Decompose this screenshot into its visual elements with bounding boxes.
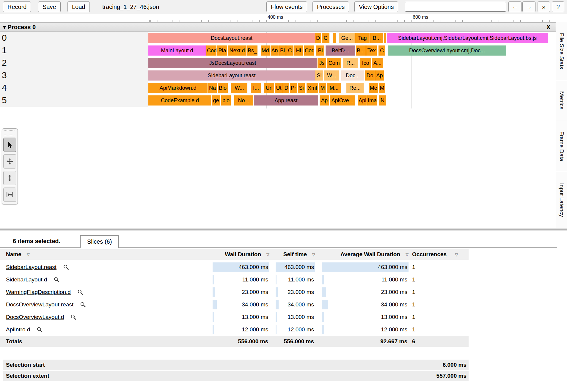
magnifier-icon[interactable] (63, 264, 69, 270)
trace-slice[interactable]: Api (358, 95, 367, 106)
trace-slice[interactable]: BeltD... (326, 45, 355, 56)
zoom-tool-button[interactable] (3, 171, 16, 185)
trace-slice[interactable]: blo (221, 95, 231, 106)
trace-slice[interactable]: C (286, 45, 293, 56)
trace-slice[interactable]: Md (261, 45, 270, 56)
trace-slice[interactable]: Com (327, 58, 341, 68)
side-tab-metrics[interactable]: Metrics (556, 80, 567, 120)
slice-name-link[interactable]: WarningFlagDescription.d (6, 289, 71, 295)
processes-button[interactable]: Processes (312, 1, 349, 12)
magnifier-icon[interactable] (77, 289, 83, 295)
trace-slice[interactable]: Tex (366, 45, 377, 56)
trace-slice[interactable]: JsDocsLayout.reast (148, 58, 317, 68)
trace-slice[interactable]: Me (369, 83, 378, 93)
panel-splitter[interactable] (0, 228, 567, 231)
trace-slice[interactable]: Hi (294, 45, 303, 56)
trace-slice[interactable]: Doc... (341, 70, 364, 81)
trace-slice[interactable]: Ge... (339, 33, 355, 43)
trace-slice[interactable]: Tag (355, 33, 370, 43)
flame-chart[interactable]: DocsLayout.reastDCGe...TagB...SidebarLay… (0, 32, 556, 107)
tab-slices[interactable]: Slices (6) (80, 235, 119, 248)
collapse-arrow-icon[interactable]: ▾ (3, 24, 6, 30)
trace-slice[interactable]: App.reast (254, 95, 318, 106)
trace-slice[interactable]: Ap (375, 70, 384, 81)
view-options-button[interactable]: View Options (354, 1, 398, 12)
trace-slice[interactable] (333, 33, 336, 43)
side-tab-file-size-stats[interactable]: File Size Stats (556, 22, 567, 80)
trace-slice[interactable]: DocsLayout.reast (148, 33, 315, 43)
trace-slice[interactable]: B... (370, 33, 383, 43)
trace-slice[interactable]: D (315, 33, 321, 43)
trace-slice[interactable]: A... (372, 58, 383, 68)
timeline-ruler[interactable]: 400 ms600 ms (0, 14, 567, 22)
trace-slice[interactable] (384, 33, 386, 43)
trace-slice[interactable]: N (379, 95, 386, 106)
magnifier-icon[interactable] (37, 327, 43, 333)
trace-slice[interactable]: CodeExample.d (148, 95, 211, 106)
slice-name-link[interactable]: DocsOverviewLayout.d (6, 314, 64, 320)
trace-slice[interactable]: ApiMarkdown.d (148, 83, 208, 93)
trace-slice[interactable]: Ap (320, 95, 329, 106)
trace-slice[interactable]: R... (343, 58, 358, 68)
sort-icon[interactable]: ▽ (406, 252, 409, 257)
trace-slice[interactable]: B... (356, 45, 366, 56)
process-header-bar[interactable]: ▾ Process 0 X (0, 22, 556, 32)
trace-slice[interactable]: Cod (304, 45, 314, 56)
sort-icon[interactable]: ▽ (455, 252, 458, 257)
trace-slice[interactable]: ge (212, 95, 220, 106)
trace-slice[interactable]: Ima (367, 95, 377, 106)
trace-slice[interactable]: D (283, 83, 289, 93)
timing-tool-button[interactable] (3, 188, 16, 202)
nav-forward-button[interactable]: → (522, 1, 535, 12)
trace-slice[interactable]: Pla (217, 45, 227, 56)
search-input[interactable] (405, 2, 506, 12)
save-button[interactable]: Save (38, 1, 61, 12)
trace-slice[interactable]: Js (318, 58, 326, 68)
slice-name-link[interactable]: SidebarLayout.reast (6, 264, 56, 270)
record-button[interactable]: Record (3, 1, 31, 12)
trace-slice[interactable]: DocsOverviewLayout.cmj,Doc... (388, 45, 506, 56)
select-tool-button[interactable] (3, 138, 16, 152)
slice-name-link[interactable]: ApiIntro.d (6, 326, 30, 333)
magnifier-icon[interactable] (80, 302, 86, 308)
palette-drag-handle[interactable] (4, 130, 15, 135)
magnifier-icon[interactable] (54, 277, 59, 283)
sort-icon[interactable]: ▽ (312, 252, 315, 257)
trace-slice[interactable]: I... (251, 83, 261, 93)
close-process-button[interactable]: X (546, 23, 550, 32)
trace-slice[interactable]: Ico (360, 58, 371, 68)
trace-slice[interactable]: SidebarLayout.cmj,SidebarLayout.cmi,Side… (387, 33, 548, 43)
trace-slice[interactable]: SidebarLayout.reast (148, 70, 315, 81)
trace-slice[interactable]: ApiOve... (330, 95, 355, 106)
sort-icon[interactable]: ▽ (266, 252, 269, 257)
side-tab-input-latency[interactable]: Input Latency (556, 172, 567, 228)
trace-slice[interactable]: Blo (218, 83, 228, 93)
trace-slice[interactable]: Ut (275, 83, 283, 93)
trace-slice[interactable]: MainLayout.d (148, 45, 206, 56)
magnifier-icon[interactable] (70, 314, 76, 320)
trace-slice[interactable]: Do (365, 70, 375, 81)
trace-slice[interactable]: Url (264, 83, 274, 93)
flow-events-button[interactable]: Flow events (266, 1, 307, 12)
trace-slice[interactable]: No... (234, 95, 253, 106)
side-tab-frame-data[interactable]: Frame Data (556, 120, 567, 172)
trace-slice[interactable]: Bs_ (247, 45, 257, 56)
trace-slice[interactable]: Bl (316, 45, 324, 56)
trace-slice[interactable]: Re... (346, 83, 364, 93)
nav-back-button[interactable]: ← (508, 1, 522, 12)
pan-tool-button[interactable] (3, 154, 16, 169)
trace-slice[interactable]: C (378, 45, 385, 56)
trace-slice[interactable]: Bl (279, 45, 286, 56)
trace-slice[interactable]: An (271, 45, 279, 56)
trace-slice[interactable]: W... (324, 70, 339, 81)
load-button[interactable]: Load (67, 1, 90, 12)
trace-slice[interactable]: Xml (307, 83, 318, 93)
trace-slice[interactable]: Pr (290, 83, 297, 93)
trace-slice[interactable]: Cod (206, 45, 216, 56)
trace-slice[interactable]: W... (231, 83, 247, 93)
trace-slice[interactable]: Next.d (228, 45, 246, 56)
trace-slice[interactable]: Na (208, 83, 217, 93)
sort-icon[interactable]: ▽ (27, 252, 30, 257)
overflow-menu-button[interactable]: » (538, 1, 550, 12)
trace-slice[interactable]: Si (298, 83, 305, 93)
